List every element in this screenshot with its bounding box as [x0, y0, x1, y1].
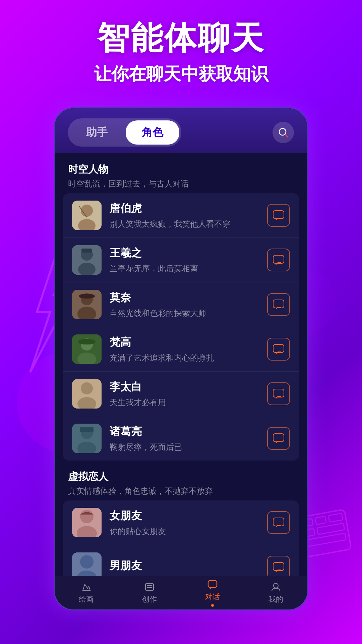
char-name-girlfriend: 女朋友: [110, 508, 267, 523]
chat-icon-van: [273, 344, 285, 355]
tab-assistant[interactable]: 助手: [70, 120, 124, 145]
char-info-girlfriend: 女朋友 你的贴心女朋友: [110, 508, 267, 537]
tab-character[interactable]: 角色: [126, 120, 179, 145]
svg-point-47: [80, 555, 94, 569]
drawing-icon: [81, 582, 92, 592]
svg-line-12: [285, 134, 288, 137]
search-icon: [278, 127, 289, 138]
nav-item-chat[interactable]: 对话: [181, 579, 244, 607]
svg-rect-27: [273, 300, 284, 308]
nav-item-mine[interactable]: 我的: [244, 582, 308, 604]
nav-label-mine: 我的: [268, 594, 283, 604]
avatar-wang-xizhi: [72, 245, 102, 275]
nav-label-chat: 对话: [205, 592, 220, 602]
char-desc-zhuge: 鞠躬尽瘁，死而后已: [110, 442, 267, 452]
svg-rect-3: [315, 516, 326, 525]
chat-btn-zhuge[interactable]: [267, 427, 290, 450]
svg-rect-20: [81, 249, 92, 253]
avatar-img-wang: [72, 245, 102, 275]
avatar-img-tang: [72, 201, 102, 230]
chat-btn-monet[interactable]: [267, 293, 290, 316]
virtual-character-list: 女朋友 你的贴心女朋友: [63, 500, 299, 576]
chat-btn-boyfriend[interactable]: [267, 556, 290, 576]
char-info-van: 梵高 充满了艺术追求和内心的挣扎: [110, 335, 267, 363]
main-title: 智能体聊天: [0, 20, 362, 56]
char-info-wang: 王羲之 兰亭花无序，此后莫相离: [110, 246, 267, 274]
mine-icon: [270, 582, 281, 592]
svg-rect-32: [273, 344, 284, 353]
svg-rect-50: [145, 584, 154, 590]
svg-rect-7: [317, 523, 345, 535]
character-item-boyfriend[interactable]: 男朋友: [63, 545, 299, 576]
svg-rect-25: [79, 294, 95, 299]
chat-icon-wang: [273, 255, 285, 265]
nav-item-create[interactable]: 创作: [118, 582, 181, 604]
svg-rect-36: [273, 389, 284, 397]
character-item-girlfriend[interactable]: 女朋友 你的贴心女朋友: [63, 500, 299, 545]
section-historical-header: 时空人物 时空乱流，回到过去，与古人对话: [55, 153, 307, 193]
char-name-li: 李太白: [110, 380, 267, 394]
svg-point-43: [80, 510, 94, 523]
historical-character-list: 唐伯虎 别人笑我太疯癫，我笑他人看不穿: [63, 193, 299, 461]
chat-btn-girlfriend[interactable]: [267, 511, 290, 534]
char-info-tang: 唐伯虎 别人笑我太疯癫，我笑他人看不穿: [110, 201, 267, 229]
chat-icon-tang: [273, 210, 285, 221]
avatar-img-boy: [72, 552, 102, 576]
svg-rect-53: [208, 581, 217, 587]
svg-rect-39: [80, 427, 94, 432]
avatar-tang-bohu: [72, 201, 102, 230]
svg-rect-4: [328, 513, 343, 522]
svg-point-34: [81, 382, 93, 394]
svg-rect-49: [273, 562, 284, 571]
character-item-wang-xizhi[interactable]: 王羲之 兰亭花无序，此后莫相离: [63, 238, 299, 282]
char-name-tang: 唐伯虎: [110, 201, 267, 216]
search-button[interactable]: [273, 122, 294, 143]
section-virtual-title: 虚拟恋人: [68, 470, 294, 484]
avatar-van-gogh: [72, 334, 102, 364]
svg-rect-17: [273, 211, 284, 219]
avatar-img-zhuge: [72, 424, 102, 453]
char-name-zhuge: 诸葛亮: [110, 424, 267, 439]
sub-title: 让你在聊天中获取知识: [0, 62, 362, 86]
nav-label-create: 创作: [142, 594, 157, 604]
chat-btn-li[interactable]: [267, 382, 290, 405]
phone-header: 助手 角色: [55, 108, 307, 153]
avatar-img-girl: [72, 508, 102, 537]
character-item-monet[interactable]: 莫奈 自然光线和色彩的探索大师: [63, 282, 299, 327]
avatar-li-bai: [72, 379, 102, 409]
section-virtual-desc: 真实情感体验，角色忠诚，不抛弃不放弃: [68, 486, 294, 496]
phone-content[interactable]: 时空人物 时空乱流，回到过去，与古人对话 唐伯虎: [55, 153, 307, 576]
avatar-img-monet: [72, 290, 102, 319]
section-historical-desc: 时空乱流，回到过去，与古人对话: [68, 178, 294, 189]
char-info-monet: 莫奈 自然光线和色彩的探索大师: [110, 290, 267, 319]
char-desc-li: 天生我才必有用: [110, 397, 267, 408]
chat-icon-li: [273, 388, 285, 399]
section-historical-title: 时空人物: [68, 163, 294, 176]
chat-btn-tang[interactable]: [267, 204, 290, 227]
nav-item-drawing[interactable]: 绘画: [55, 582, 118, 604]
char-desc-girlfriend: 你的贴心女朋友: [110, 526, 267, 537]
character-item-zhuge-liang[interactable]: 诸葛亮 鞠躬尽瘁，死而后已: [63, 416, 299, 461]
char-name-van: 梵高: [110, 335, 267, 350]
char-info-zhuge: 诸葛亮 鞠躬尽瘁，死而后已: [110, 424, 267, 452]
phone-mockup: 助手 角色 时空人物 时空乱流，回到过去，与古人对话: [54, 107, 308, 610]
svg-rect-45: [273, 518, 284, 526]
char-name-boyfriend: 男朋友: [110, 558, 267, 573]
nav-active-dot: [211, 604, 214, 607]
create-icon: [144, 582, 155, 592]
char-info-boyfriend: 男朋友: [110, 558, 267, 576]
chat-btn-wang[interactable]: [267, 249, 290, 271]
svg-point-54: [274, 583, 278, 588]
chat-btn-van[interactable]: [267, 338, 290, 361]
character-item-van-gogh[interactable]: 梵高 充满了艺术追求和内心的挣扎: [63, 327, 299, 372]
avatar-img-li: [72, 379, 102, 409]
svg-rect-41: [273, 434, 284, 442]
char-desc-wang: 兰亭花无序，此后莫相离: [110, 263, 267, 274]
avatar-boyfriend: [72, 552, 102, 576]
svg-rect-22: [273, 255, 284, 263]
character-item-li-bai[interactable]: 李太白 天生我才必有用: [63, 372, 299, 416]
character-item-tang-bohu[interactable]: 唐伯虎 别人笑我太疯癫，我笑他人看不穿: [63, 193, 299, 238]
avatar-img-van: [72, 334, 102, 364]
chat-icon-boyfriend: [273, 562, 285, 573]
avatar-girlfriend: [72, 508, 102, 537]
